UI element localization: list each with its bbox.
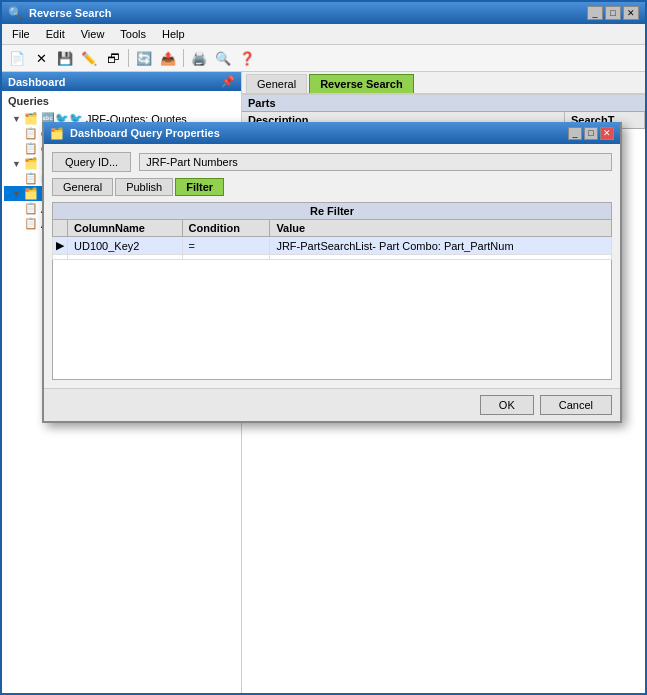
- dialog-controls: _ □ ✕: [568, 127, 614, 140]
- available-grafts-icon: 📋: [24, 202, 38, 215]
- close-button[interactable]: ✕: [623, 6, 639, 20]
- close-doc-button[interactable]: ✕: [30, 47, 52, 69]
- sidebar-title: Dashboard: [8, 76, 65, 88]
- parts-icon: 📋: [24, 172, 38, 185]
- window-title: Reverse Search: [29, 7, 581, 19]
- minimize-button[interactable]: _: [587, 6, 603, 20]
- dialog-footer: OK Cancel: [44, 388, 620, 421]
- dialog-body: Query ID... General Publish Filter Re Fi…: [44, 144, 620, 388]
- query-group-icon-3: 🗂️: [24, 187, 38, 200]
- expand-arrow-jrf-partsearch: ▼: [12, 159, 21, 169]
- title-bar: 🔍 Reverse Search _ □ ✕: [2, 2, 645, 24]
- dialog-maximize-button[interactable]: □: [584, 127, 598, 140]
- dialog-icon: 🗂️: [50, 127, 64, 140]
- menu-file[interactable]: File: [6, 26, 36, 42]
- re-filter-section-header: Re Filter: [52, 202, 612, 219]
- col-header-arrow: [53, 220, 68, 237]
- menu-bar: File Edit View Tools Help: [2, 24, 645, 45]
- dialog-tab-publish[interactable]: Publish: [115, 178, 173, 196]
- menu-view[interactable]: View: [75, 26, 111, 42]
- help-button[interactable]: ❓: [236, 47, 258, 69]
- window-controls: _ □ ✕: [587, 6, 639, 20]
- col-header-value: Value: [270, 220, 612, 237]
- save-button[interactable]: 💾: [54, 47, 76, 69]
- maximize-button[interactable]: □: [605, 6, 621, 20]
- dialog-minimize-button[interactable]: _: [568, 127, 582, 140]
- dialog-tab-bar: General Publish Filter: [52, 178, 612, 196]
- tab-bar: General Reverse Search: [242, 72, 645, 95]
- sidebar-header: Dashboard 📌: [2, 72, 241, 91]
- dialog-dashboard-query-properties: 🗂️ Dashboard Query Properties _ □ ✕ Quer…: [42, 122, 622, 423]
- row-column-name: UD100_Key2: [68, 237, 183, 255]
- quote-info-icon: 📋: [24, 142, 38, 155]
- menu-edit[interactable]: Edit: [40, 26, 71, 42]
- tab-general[interactable]: General: [246, 74, 307, 93]
- re-filter-table: ColumnName Condition Value ▶ UD100_Key2 …: [52, 219, 612, 260]
- main-window: 🔍 Reverse Search _ □ ✕ File Edit View To…: [0, 0, 647, 695]
- menu-tools[interactable]: Tools: [114, 26, 152, 42]
- dialog-close-button[interactable]: ✕: [600, 127, 614, 140]
- table-row-empty: [53, 255, 612, 260]
- window-button[interactable]: 🗗: [102, 47, 124, 69]
- row-value: JRF-PartSearchList- Part Combo: Part_Par…: [270, 237, 612, 255]
- queries-label: Queries: [2, 91, 241, 109]
- dialog-title: Dashboard Query Properties: [70, 127, 562, 139]
- refresh-button[interactable]: 🔄: [133, 47, 155, 69]
- panel-section-parts: Parts: [242, 95, 645, 112]
- separator-1: [128, 49, 129, 67]
- query-id-row: Query ID...: [52, 152, 612, 172]
- table-row: ▶ UD100_Key2 = JRF-PartSearchList- Part …: [53, 237, 612, 255]
- quotes-icon: 📋: [24, 127, 38, 140]
- edit-button[interactable]: ✏️: [78, 47, 100, 69]
- expand-arrow-jrf-partnumbers: ▼: [12, 189, 21, 199]
- tab-reverse-search[interactable]: Reverse Search: [309, 74, 414, 93]
- dialog-tab-general[interactable]: General: [52, 178, 113, 196]
- print-button[interactable]: 🖨️: [188, 47, 210, 69]
- sidebar-pin-icon: 📌: [221, 75, 235, 88]
- ok-button[interactable]: OK: [480, 395, 534, 415]
- query-group-icon-1: 🗂️: [24, 112, 38, 125]
- allocation-icon: 📋: [24, 217, 38, 230]
- toolbar: 📄 ✕ 💾 ✏️ 🗗 🔄 📤 🖨️ 🔍 ❓: [2, 45, 645, 72]
- query-id-field[interactable]: [139, 153, 612, 171]
- dialog-empty-area: [52, 260, 612, 380]
- export-button[interactable]: 📤: [157, 47, 179, 69]
- cancel-button[interactable]: Cancel: [540, 395, 612, 415]
- query-group-icon-2: 🗂️: [24, 157, 38, 170]
- zoom-button[interactable]: 🔍: [212, 47, 234, 69]
- new-button[interactable]: 📄: [6, 47, 28, 69]
- col-header-columnname: ColumnName: [68, 220, 183, 237]
- query-id-button[interactable]: Query ID...: [52, 152, 131, 172]
- separator-2: [183, 49, 184, 67]
- dialog-tab-filter[interactable]: Filter: [175, 178, 224, 196]
- menu-help[interactable]: Help: [156, 26, 191, 42]
- main-area: Dashboard 📌 Queries ▼ 🗂️ 🔤🐦🐦 JRF-Quotes:…: [2, 72, 645, 695]
- col-header-condition: Condition: [182, 220, 270, 237]
- expand-arrow-jrf-quotes: ▼: [12, 114, 21, 124]
- app-icon: 🔍: [8, 6, 23, 20]
- row-condition: =: [182, 237, 270, 255]
- dialog-title-bar: 🗂️ Dashboard Query Properties _ □ ✕: [44, 122, 620, 144]
- row-arrow: ▶: [53, 237, 68, 255]
